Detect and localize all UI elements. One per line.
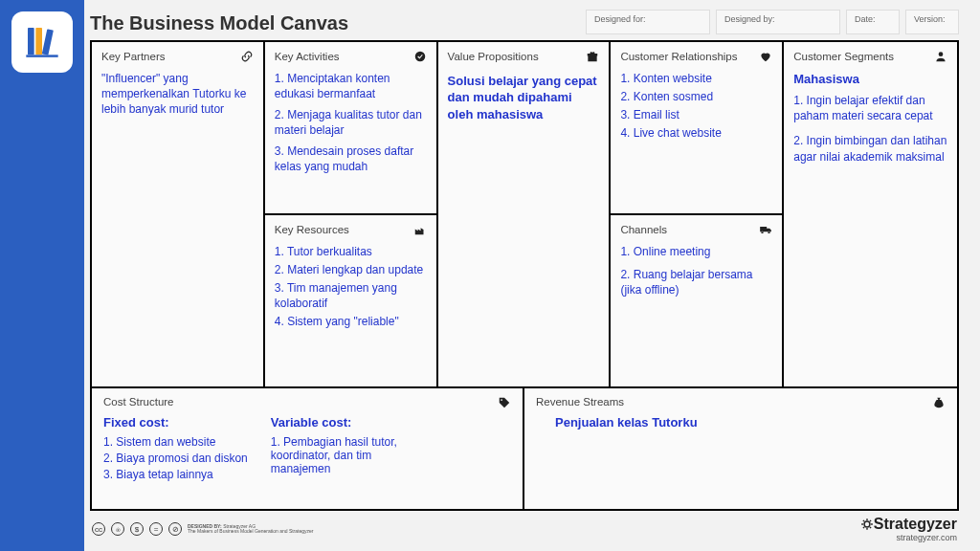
brand: Strategyzer strategyzer.com <box>860 516 957 542</box>
svg-rect-0 <box>28 28 34 55</box>
canvas-upper: Key Partners "Influencer" yang memperken… <box>92 42 957 386</box>
cost-variable: Variable cost: 1. Pembagian hasil tutor,… <box>271 415 434 484</box>
cell-value-propositions: Value Propositions Solusi belajar yang c… <box>438 42 610 386</box>
cell-customer-segments: Customer Segments Mahasiswa 1. Ingin bel… <box>784 42 957 386</box>
svg-rect-3 <box>26 55 57 57</box>
svg-point-6 <box>501 399 502 401</box>
list-item: 1. Sistem dan website <box>103 435 248 449</box>
relationships-list: 1. Konten website 2. Konten sosmed 3. Em… <box>620 71 772 142</box>
nc-icon: ⊘ <box>168 522 182 536</box>
fixed-cost-label: Fixed cost: <box>103 415 248 430</box>
list-item: 2. Ruang belajar bersama (jika offline) <box>620 267 772 298</box>
cell-revenue-streams: Revenue Streams Penjualan kelas Tutorku <box>524 388 957 509</box>
gear-icon <box>860 518 874 531</box>
brand-name: Strategyzer <box>874 516 957 532</box>
left-strip <box>0 0 84 551</box>
cell-title: Key Resources <box>275 223 349 238</box>
cell-cost-structure: Cost Structure Fixed cost: 1. Sistem dan… <box>92 388 524 509</box>
sa-icon: $ <box>130 522 144 536</box>
list-item: 3. Tim manajemen yang kolaboratif <box>275 280 427 311</box>
segments-heading: Mahasiswa <box>793 71 947 88</box>
cell-key-resources: Key Resources 1. Tutor berkualitas 2. Ma… <box>265 213 436 386</box>
value-body: Solusi belajar yang cepat dan mudah dipa… <box>448 73 600 123</box>
cell-title: Customer Relationships <box>620 50 737 65</box>
topbar: The Business Model Canvas Designed for: … <box>90 10 959 34</box>
tag-icon <box>498 396 511 409</box>
channels-list: 1. Online meeting 2. Ruang belajar bersa… <box>620 244 772 298</box>
footer-tagline: The Makers of Business Model Generation … <box>188 529 313 535</box>
list-item: 3. Biaya tetap lainnya <box>103 468 248 481</box>
canvas-stage: The Business Model Canvas Designed for: … <box>84 0 980 551</box>
meta-fields: Designed for: Designed by: Date: Version… <box>586 10 959 34</box>
meta-designed-by[interactable]: Designed by: <box>716 10 840 34</box>
resources-list: 1. Tutor berkualitas 2. Materi lengkap d… <box>275 244 427 330</box>
nd-icon: = <box>149 522 163 536</box>
list-item: 1. Pembagian hasil tutor, koordinator, d… <box>271 435 434 475</box>
list-item: 4. Live chat website <box>620 125 772 141</box>
cell-title: Customer Segments <box>793 50 894 65</box>
activities-list: 1. Menciptakan konten edukasi bermanfaat… <box>275 71 427 175</box>
revenue-body: Penjualan kelas Tutorku <box>555 415 946 430</box>
segments-list: 1. Ingin belajar efektif dan paham mater… <box>793 93 947 165</box>
cell-channels: Channels 1. Online meeting 2. Ruang bela… <box>611 213 782 386</box>
variable-cost-list: 1. Pembagian hasil tutor, koordinator, d… <box>271 435 434 475</box>
meta-designed-for[interactable]: Designed for: <box>586 10 710 34</box>
list-item: 1. Menciptakan konten edukasi bermanfaat <box>275 71 427 101</box>
svg-rect-1 <box>35 28 42 55</box>
cell-title: Revenue Streams <box>536 396 624 408</box>
svg-point-7 <box>864 521 870 527</box>
fixed-cost-list: 1. Sistem dan website 2. Biaya promosi d… <box>103 435 248 481</box>
list-item: 2. Konten sosmed <box>620 89 772 104</box>
cost-fixed: Fixed cost: 1. Sistem dan website 2. Bia… <box>103 415 248 484</box>
brand-url: strategyzer.com <box>860 533 957 542</box>
heart-icon <box>759 50 772 63</box>
canvas-lower: Cost Structure Fixed cost: 1. Sistem dan… <box>92 386 957 509</box>
svg-point-5 <box>939 52 944 56</box>
bmc-canvas: Key Partners "Influencer" yang memperken… <box>90 40 959 511</box>
link-icon <box>240 50 254 63</box>
col-segments: Customer Segments Mahasiswa 1. Ingin bel… <box>784 42 957 386</box>
license-text: DESIGNED BY: Strategyzer AG The Makers o… <box>188 524 313 535</box>
meta-date[interactable]: Date: <box>846 10 900 34</box>
truck-icon <box>759 223 772 236</box>
cell-title: Cost Structure <box>103 396 174 408</box>
moneybag-icon <box>932 396 946 409</box>
cc-icon: cc <box>92 522 105 536</box>
cell-title: Key Activities <box>275 50 340 65</box>
check-circle-icon <box>413 50 427 63</box>
license-block: cc ⍟ $ = ⊘ DESIGNED BY: Strategyzer AG T… <box>92 522 313 536</box>
list-item: 2. Biaya promosi dan diskon <box>103 452 248 465</box>
list-item: 2. Ingin bimbingan dan latihan agar nila… <box>793 133 947 164</box>
list-item: 2. Materi lengkap dan update <box>275 262 427 277</box>
meta-version[interactable]: Version: <box>905 10 959 34</box>
footer: cc ⍟ $ = ⊘ DESIGNED BY: Strategyzer AG T… <box>90 511 959 543</box>
list-item: 4. Sistem yang "reliable" <box>275 314 427 329</box>
col-activities-resources: Key Activities 1. Menciptakan konten edu… <box>265 42 438 386</box>
partners-body: "Influencer" yang memperkenalkan Tutorku… <box>101 71 254 118</box>
cell-title: Channels <box>620 223 667 238</box>
gift-icon <box>586 50 599 63</box>
cell-key-partners: Key Partners "Influencer" yang memperken… <box>92 42 263 386</box>
factory-icon <box>413 223 427 236</box>
svg-point-4 <box>414 52 425 62</box>
list-item: 1. Ingin belajar efektif dan paham mater… <box>793 93 947 123</box>
cell-title: Value Propositions <box>448 50 539 65</box>
app-logo <box>11 11 73 73</box>
list-item: 1. Online meeting <box>620 244 772 259</box>
cell-title: Key Partners <box>101 50 165 65</box>
cell-customer-relationships: Customer Relationships 1. Konten website… <box>611 42 782 213</box>
list-item: 3. Email list <box>620 107 772 122</box>
cell-key-activities: Key Activities 1. Menciptakan konten edu… <box>265 42 436 213</box>
list-item: 3. Mendesain proses daftar kelas yang mu… <box>275 143 427 174</box>
svg-rect-2 <box>42 29 54 55</box>
variable-cost-label: Variable cost: <box>271 415 434 430</box>
page-title: The Business Model Canvas <box>90 12 348 34</box>
by-icon: ⍟ <box>111 522 124 536</box>
list-item: 2. Menjaga kualitas tutor dan materi bel… <box>275 107 427 138</box>
strategyzer-logo: Strategyzer <box>860 516 957 533</box>
col-partners: Key Partners "Influencer" yang memperken… <box>92 42 265 386</box>
person-icon <box>934 50 947 63</box>
list-item: 1. Konten website <box>620 71 772 86</box>
col-relationships-channels: Customer Relationships 1. Konten website… <box>611 42 784 386</box>
list-item: 1. Tutor berkualitas <box>275 244 427 259</box>
